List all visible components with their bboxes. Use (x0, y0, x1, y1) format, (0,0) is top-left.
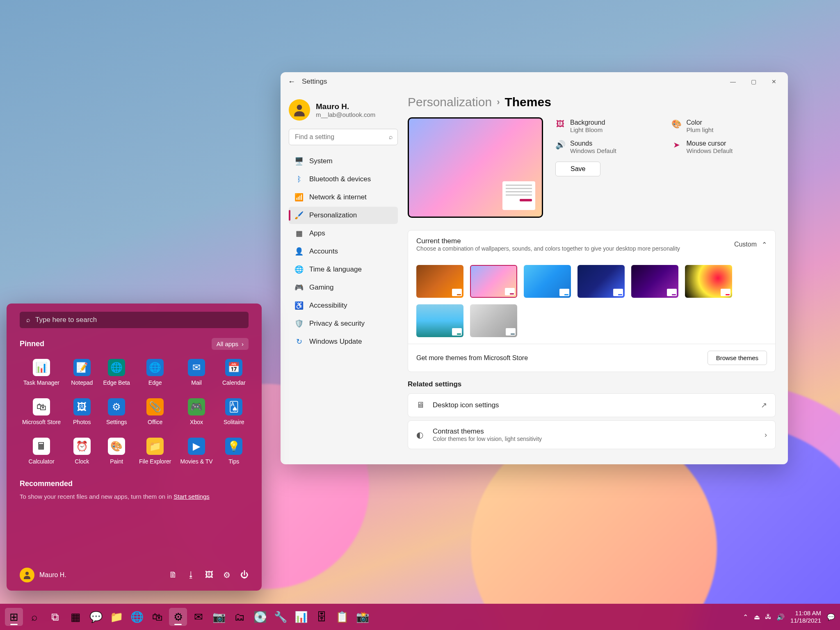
taskbar-app-4[interactable]: 🔧 (272, 608, 290, 626)
qs-color[interactable]: 🎨 ColorPlum light (672, 117, 776, 135)
app-xbox[interactable]: 🎮Xbox (178, 396, 215, 428)
browse-themes-button[interactable]: Browse themes (708, 351, 767, 365)
app-calendar[interactable]: 📅Calendar (219, 356, 249, 388)
app-edge[interactable]: 🌐Edge (137, 356, 174, 388)
taskbar-app-5[interactable]: 📊 (292, 608, 310, 626)
taskbar-app-7[interactable]: 📋 (333, 608, 351, 626)
start-menu: ⌕ Type here to search Pinned All apps› 📊… (7, 304, 262, 591)
nav-update[interactable]: ↻Windows Update (289, 333, 398, 350)
titlebar: ← Settings — ▢ ✕ (281, 72, 788, 91)
document-icon[interactable]: 🗎 (169, 570, 177, 580)
power-icon[interactable]: ⏻ (240, 570, 249, 580)
taskbar-app-8[interactable]: 📸 (354, 608, 372, 626)
qs-background[interactable]: 🖼 BackgroundLight Bloom (555, 117, 660, 135)
nav-bluetooth[interactable]: ᛒBluetooth & devices (289, 171, 398, 188)
settings-search-input[interactable] (289, 129, 398, 145)
app-settings[interactable]: ⚙Settings (101, 396, 132, 428)
downloads-icon[interactable]: ⭳ (187, 570, 195, 580)
nav-personalization[interactable]: 🖌️Personalization (289, 207, 398, 224)
save-button[interactable]: Save (555, 162, 600, 176)
app-edge-beta[interactable]: 🌐Edge Beta (101, 356, 132, 388)
theme-option-4[interactable] (631, 265, 678, 298)
theme-option-3[interactable] (578, 265, 625, 298)
current-theme-value: Custom (734, 241, 757, 248)
task-view[interactable]: ⧉ (46, 608, 64, 626)
volume-icon[interactable]: 🔊 (776, 613, 785, 621)
related-desktop-icons[interactable]: 🖥 Desktop icon settings ↗ (408, 393, 776, 417)
nav-system[interactable]: 🖥️System (289, 153, 398, 170)
app-photos[interactable]: 🖼Photos (67, 396, 96, 428)
taskbar-app-1[interactable]: 📷 (210, 608, 228, 626)
chat[interactable]: 💬 (87, 608, 105, 626)
app-clock[interactable]: ⏰Clock (67, 435, 96, 467)
theme-option-7[interactable] (470, 304, 517, 337)
user-account-row[interactable]: Mauro H. m__lab@outlook.com (289, 99, 398, 121)
qs-cursor[interactable]: ➤ Mouse cursorWindows Default (672, 138, 776, 156)
network-icon[interactable]: 🖧 (765, 613, 772, 621)
start-user-button[interactable]: Mauro H. (20, 568, 66, 582)
taskbar-settings[interactable]: ⚙ (169, 608, 187, 626)
app-movies[interactable]: ▶Movies & TV (178, 435, 215, 467)
related-contrast[interactable]: ◐ Contrast themes Color themes for low v… (408, 420, 776, 449)
app-store[interactable]: 🛍Microsoft Store (20, 396, 63, 428)
all-apps-button[interactable]: All apps› (212, 338, 249, 350)
app-mail[interactable]: ✉Mail (178, 356, 215, 388)
theme-option-2[interactable] (524, 265, 571, 298)
app-notepad[interactable]: 📝Notepad (67, 356, 96, 388)
clock-icon: ⏰ (73, 438, 91, 455)
taskbar-mail[interactable]: ✉ (189, 608, 208, 626)
theme-option-1[interactable] (470, 265, 517, 298)
mail-icon: ✉ (188, 359, 205, 376)
current-theme-header[interactable]: Current theme Choose a combination of wa… (408, 231, 775, 258)
taskbar-store[interactable]: 🛍 (148, 608, 167, 626)
settings-icon: ⚙ (108, 398, 125, 415)
brush-icon: 🖌️ (294, 211, 304, 220)
nav-apps[interactable]: ▦Apps (289, 225, 398, 242)
nav-accounts[interactable]: 👤Accounts (289, 243, 398, 260)
maximize-button[interactable]: ▢ (749, 78, 758, 86)
app-office[interactable]: 📎Office (137, 396, 174, 428)
back-button[interactable]: ← (286, 76, 297, 87)
theme-option-0[interactable] (416, 265, 463, 298)
close-button[interactable]: ✕ (770, 78, 778, 86)
minimize-button[interactable]: — (729, 78, 737, 86)
tray-chevron-icon[interactable]: ⌃ (743, 613, 748, 621)
search-button[interactable]: ⌕ (25, 608, 43, 626)
app-explorer[interactable]: 📁File Explorer (137, 435, 174, 467)
app-task-manager[interactable]: 📊Task Manager (20, 356, 63, 388)
taskbar-explorer[interactable]: 📁 (107, 608, 126, 626)
nav-network[interactable]: 📶Network & internet (289, 189, 398, 206)
update-icon: ↻ (294, 337, 304, 346)
app-solitaire[interactable]: 🂡Solitaire (219, 396, 249, 428)
nav-accessibility[interactable]: ♿Accessibility (289, 297, 398, 314)
nav-gaming[interactable]: 🎮Gaming (289, 279, 398, 296)
app-tips[interactable]: 💡Tips (219, 435, 249, 467)
notification-icon[interactable]: 💬 (827, 613, 835, 621)
start-search-box[interactable]: ⌕ Type here to search (20, 312, 249, 328)
start-settings-link[interactable]: Start settings (173, 493, 210, 500)
taskbar-app-6[interactable]: 🗄 (313, 608, 331, 626)
breadcrumb-parent[interactable]: Personalization (408, 95, 492, 109)
app-calculator[interactable]: 🖩Calculator (20, 435, 63, 467)
app-paint[interactable]: 🎨Paint (101, 435, 132, 467)
nav-time[interactable]: 🌐Time & language (289, 261, 398, 278)
theme-option-5[interactable] (685, 265, 732, 298)
taskbar-edge[interactable]: 🌐 (128, 608, 146, 626)
qs-sounds[interactable]: 🔊 SoundsWindows Default (555, 138, 660, 156)
usb-icon[interactable]: ⏏ (754, 613, 760, 621)
taskbar-app-3[interactable]: 💽 (251, 608, 269, 626)
nav-privacy[interactable]: 🛡️Privacy & security (289, 315, 398, 332)
pictures-icon[interactable]: 🖼 (205, 570, 213, 580)
related-title: Related settings (408, 380, 776, 388)
theme-option-6[interactable] (416, 304, 463, 337)
widgets[interactable]: ▦ (66, 608, 84, 626)
xbox-icon: 🎮 (188, 398, 205, 415)
taskbar-app-2[interactable]: 🗂 (231, 608, 249, 626)
calc-icon: 🖩 (33, 438, 50, 455)
window-title: Settings (302, 78, 327, 86)
start-button[interactable]: ⊞ (5, 608, 23, 626)
xbox-icon: 🎮 (294, 283, 304, 292)
settings-search-box[interactable]: ⌕ (289, 129, 398, 145)
taskbar-clock[interactable]: 11:08 AM 11/18/2021 (790, 609, 821, 624)
settings-icon[interactable]: ⚙ (223, 570, 231, 580)
